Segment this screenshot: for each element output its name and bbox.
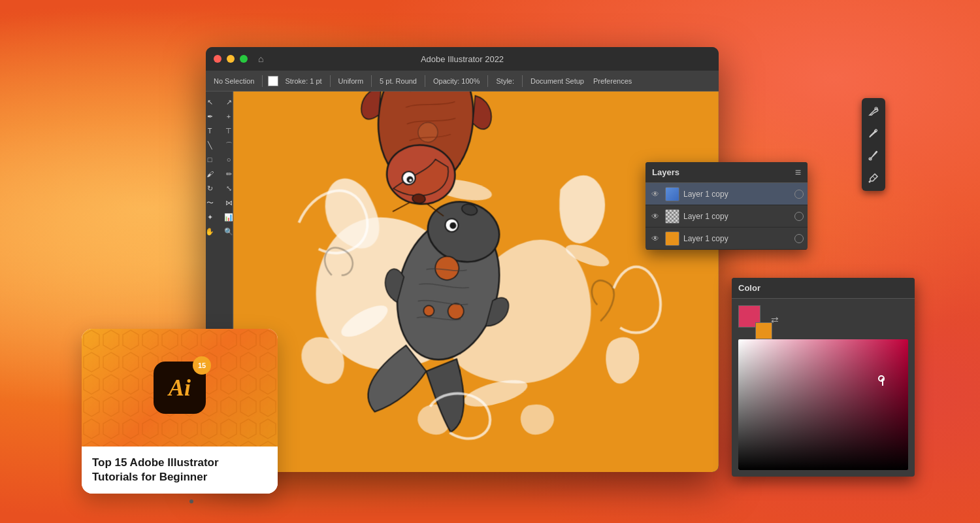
rect-tool[interactable]: □ [206,153,219,166]
home-icon[interactable]: ⌂ [258,54,263,64]
selection-tool[interactable]: ↖ [206,95,219,109]
tool-row-8: 〜 ⋈ [206,196,233,209]
decorative-dot [189,499,193,503]
layer-row-3[interactable]: 👁 Layer 1 copy [645,228,808,250]
hand-tool[interactable]: ✋ [206,225,219,238]
app-card: Ai 15 Top 15 Adobe Illustrator Tutorials… [82,329,278,494]
tool-row-10: ✋ 🔍 [206,225,233,238]
brush-tool[interactable]: 🖌 [206,167,219,180]
color-picker-cursor [878,375,885,382]
pencil-tool[interactable]: ✏ [220,167,233,180]
stroke-type-dropdown[interactable]: Uniform [336,76,367,86]
layer-2-thumbnail [665,209,679,224]
layer-2-visibility[interactable]: 👁 [649,211,661,222]
graph-tool[interactable]: 📊 [220,211,233,224]
selection-dropdown[interactable]: No Selection [211,76,257,86]
layer-1-thumbnail [665,187,679,201]
scale-tool[interactable]: ⤡ [220,182,233,195]
layer-row-2[interactable]: 👁 Layer 1 copy [645,205,808,228]
svg-line-25 [873,177,875,179]
layer-1-name: Layer 1 copy [683,190,791,199]
window-title: Adobe Illustrator 2022 [421,54,504,64]
opacity-value: 100% [461,77,480,85]
layer-1-visibility[interactable]: 👁 [649,188,661,200]
layers-menu-button[interactable]: ≡ [795,167,801,178]
stroke-label: Stroke: [285,77,308,85]
rotate-tool[interactable]: ↻ [206,182,219,195]
stroke-value: 1 pt [310,77,321,85]
color-picker[interactable] [738,339,908,470]
direct-selection-tool[interactable]: ↗ [220,95,233,109]
pen-tool[interactable]: ✒ [206,110,219,123]
tool-row-2: ✒ + [206,110,233,123]
type-area-tool[interactable]: ⊤ [220,124,233,137]
koi-artwork [233,92,719,472]
layer-row-1[interactable]: 👁 Layer 1 copy [645,183,808,205]
pen-add-tool[interactable]: + [220,110,233,123]
opacity-area[interactable]: Opacity: 100% [431,76,483,86]
pencil-tool-icon[interactable] [866,126,881,141]
sep6 [522,75,523,87]
sep4 [425,75,425,87]
reshape-tool[interactable]: ⋈ [220,196,233,209]
line-tool[interactable]: ╲ [206,139,219,152]
stroke-area[interactable]: Stroke: 1 pt [282,76,324,86]
preferences-button[interactable]: Preferences [591,76,634,86]
doc-setup-button[interactable]: Document Setup [528,76,587,86]
layers-title: Layers [652,167,679,177]
layer-1-target[interactable] [794,190,804,199]
zoom-tool[interactable]: 🔍 [220,225,233,238]
style-area[interactable]: Style: [493,76,517,86]
symbol-tool[interactable]: ✦ [206,211,219,224]
color-header: Color [732,278,915,299]
warp-tool[interactable]: 〜 [206,196,219,209]
tool-row-9: ✦ 📊 [206,211,233,224]
svg-point-26 [869,181,871,183]
pen-tool-icon[interactable] [866,103,881,119]
selection-label: No Selection [214,77,254,85]
style-label: Style: [496,77,514,85]
app-card-content: Top 15 Adobe Illustrator Tutorials for B… [82,447,278,494]
color-swatch-pair [738,305,767,334]
sep5 [487,75,488,87]
right-floating-toolbar [862,98,885,191]
color-picker-dark-overlay [738,339,908,470]
layer-3-thumbnail [665,231,679,246]
artboard[interactable] [233,92,719,472]
traffic-lights: ⌂ [214,54,263,64]
brush-size-dropdown[interactable]: 5 pt. Round [377,76,419,86]
layers-header: Layers ≡ [645,162,808,183]
opacity-label: Opacity: [433,77,459,85]
minimize-button[interactable] [227,55,235,63]
arc-tool[interactable]: ⌒ [220,139,233,152]
app-card-title: Top 15 Adobe Illustrator Tutorials for B… [92,456,267,484]
layer-3-target[interactable] [794,234,804,243]
background-color-swatch[interactable] [755,322,772,339]
brush-size-label: 5 pt. Round [380,77,417,85]
close-button[interactable] [214,55,221,63]
color-swatches-row: ⇄ [738,305,908,334]
toolbar: No Selection Stroke: 1 pt Uniform 5 pt. … [206,71,719,92]
sep3 [371,75,372,87]
maximize-button[interactable] [240,55,248,63]
layer-3-visibility[interactable]: 👁 [649,233,661,245]
color-title: Color [738,283,760,293]
layer-3-name: Layer 1 copy [683,234,791,243]
color-preview[interactable] [268,76,278,86]
tool-row-3: T ⊤ [206,124,233,137]
layer-2-target[interactable] [794,212,804,221]
dropper-tool-icon[interactable] [866,170,881,186]
app-card-header: Ai 15 [82,329,278,447]
ai-icon-text: Ai [169,374,191,401]
sep2 [330,75,331,87]
layer-2-name: Layer 1 copy [683,212,791,221]
tool-row: ↖ ↗ [206,95,233,109]
ellipse-tool[interactable]: ○ [220,153,233,166]
tool-row-6: 🖌 ✏ [206,167,233,180]
brush-tool-icon[interactable] [866,148,881,163]
badge-number: 15 [193,356,211,375]
title-bar: ⌂ Adobe Illustrator 2022 [206,47,719,71]
type-tool[interactable]: T [206,124,219,137]
sep1 [262,75,263,87]
layers-panel: Layers ≡ 👁 Layer 1 copy 👁 Layer 1 copy 👁… [645,162,808,250]
